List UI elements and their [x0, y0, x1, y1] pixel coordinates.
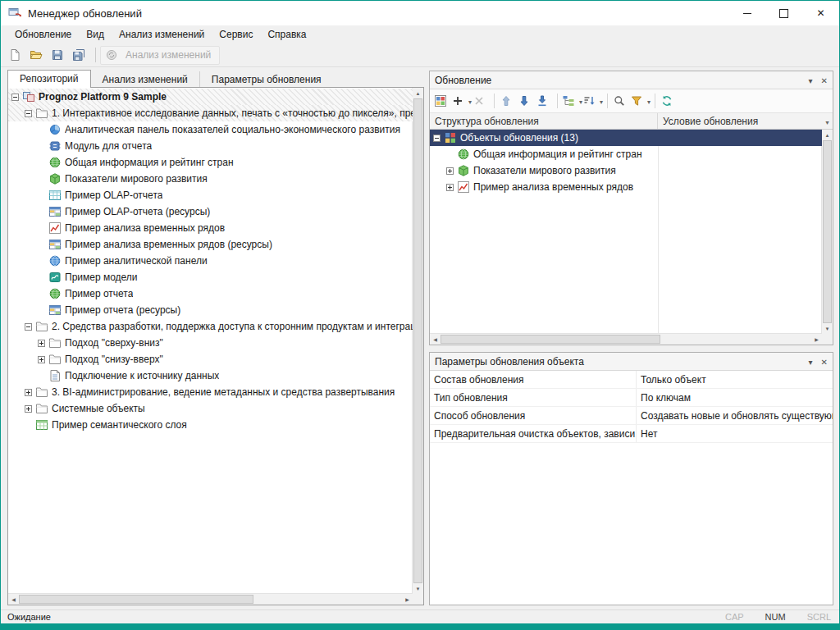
scroll-up-button[interactable]: [822, 130, 833, 140]
scroll-right-button[interactable]: [402, 594, 413, 605]
panel-close-button[interactable]: [821, 75, 828, 86]
parameter-value[interactable]: По ключам: [637, 389, 833, 406]
collapse-expander[interactable]: [25, 110, 32, 117]
horizontal-scrollbar[interactable]: [8, 593, 413, 605]
select-update-objects-button[interactable]: [433, 92, 451, 110]
panel-menu-button[interactable]: [809, 356, 813, 368]
refresh-button[interactable]: [660, 92, 678, 110]
close-button[interactable]: [802, 1, 839, 25]
collapse-expander[interactable]: [433, 135, 441, 142]
tree-item[interactable]: Подход "сверху-вниз": [8, 335, 413, 351]
menu-item-change-analysis[interactable]: Анализ изменений: [112, 25, 212, 43]
move-to-bottom-button[interactable]: [535, 92, 553, 110]
new-button[interactable]: [6, 46, 27, 65]
parameter-value[interactable]: Создавать новые и обновлять существующие: [637, 407, 833, 424]
menu-item-help[interactable]: Справка: [260, 25, 313, 43]
parameter-row[interactable]: Тип обновленияПо ключам: [430, 389, 833, 407]
delete-object-button[interactable]: [472, 92, 490, 110]
tree-item[interactable]: Системные объекты: [8, 400, 413, 417]
minimize-button[interactable]: [728, 1, 765, 25]
analysis-button[interactable]: Анализ изменений: [100, 46, 220, 65]
cube-green-icon: [457, 164, 470, 177]
vertical-scrollbar[interactable]: [821, 130, 833, 334]
tree-item[interactable]: Пример отчета: [8, 285, 413, 302]
tree-item[interactable]: Аналитическая панель показателей социаль…: [8, 121, 413, 138]
tree-item[interactable]: Пример анализа временных рядов (ресурсы): [8, 236, 413, 253]
tree-item-label: Показатели мирового развития: [65, 173, 208, 185]
tab-change-analysis[interactable]: Анализ изменений: [91, 71, 199, 88]
parameter-row[interactable]: Предварительная очистка объектов, зависи…: [430, 425, 833, 443]
tree-item[interactable]: Пример аналитической панели: [8, 253, 413, 269]
tree-item[interactable]: Показатели мирового развития: [430, 162, 822, 179]
column-filter-icon[interactable]: [824, 116, 830, 127]
parameter-row[interactable]: Состав обновленияТолько объект: [430, 371, 833, 389]
search-button[interactable]: [612, 92, 630, 110]
save-button[interactable]: [48, 46, 70, 65]
add-object-button[interactable]: [451, 92, 472, 110]
expander-spacer: [38, 126, 45, 134]
expand-expander[interactable]: [446, 184, 454, 191]
tab-update-parameters[interactable]: Параметры обновления: [199, 71, 333, 88]
tree-item[interactable]: Объекты обновления (13): [430, 130, 822, 146]
collapse-expander[interactable]: [25, 323, 32, 331]
scroll-left-button[interactable]: [430, 334, 441, 345]
tree-item[interactable]: Пример анализа временных рядов: [8, 220, 413, 236]
menu-item-service[interactable]: Сервис: [212, 25, 260, 43]
tab-repository[interactable]: Репозиторий: [7, 70, 91, 88]
tree-item[interactable]: 3. BI-администрирование, ведение метадан…: [8, 384, 413, 400]
move-down-button[interactable]: [517, 92, 535, 110]
menu-item-update[interactable]: Обновление: [7, 25, 79, 43]
tree-view-button[interactable]: [562, 92, 582, 110]
tree-item[interactable]: Общая информация и рейтинг стран: [8, 154, 413, 171]
expand-expander[interactable]: [25, 389, 32, 396]
expand-expander[interactable]: [38, 340, 45, 347]
scroll-thumb[interactable]: [19, 595, 253, 604]
move-up-button[interactable]: [499, 92, 517, 110]
parameter-row[interactable]: Способ обновленияСоздавать новые и обнов…: [430, 407, 833, 425]
tree-item[interactable]: Пример модели: [8, 269, 413, 285]
collapse-expander[interactable]: [11, 94, 19, 101]
tree-item[interactable]: Prognoz Platform 9 Sample: [8, 89, 413, 105]
repository-tree-container: Prognoz Platform 9 Sample1. Интерактивно…: [7, 87, 424, 605]
panel-close-button[interactable]: [821, 356, 828, 368]
open-button[interactable]: [27, 46, 48, 65]
tree-item[interactable]: Подход "снизу-вверх": [8, 351, 413, 368]
column-header-condition[interactable]: Условие обновления: [658, 113, 833, 129]
maximize-button[interactable]: [765, 1, 802, 25]
horizontal-scrollbar[interactable]: [430, 333, 822, 345]
scroll-thumb[interactable]: [413, 98, 422, 583]
parameter-value[interactable]: Только объект: [637, 371, 833, 388]
scroll-right-button[interactable]: [811, 334, 822, 345]
tree-item[interactable]: Пример анализа временных рядов: [430, 179, 822, 195]
scroll-thumb[interactable]: [823, 140, 832, 323]
tree-item[interactable]: Пример отчета (ресурсы): [8, 302, 413, 318]
filter-button[interactable]: [630, 92, 651, 110]
tree-item[interactable]: Пример OLAP-отчета (ресурсы): [8, 203, 413, 220]
horizontal-splitter[interactable]: [429, 345, 833, 352]
folder-icon: [48, 353, 62, 366]
tree-item[interactable]: Подключение к источнику данных: [8, 368, 413, 384]
tree-item[interactable]: Пример OLAP-отчета: [8, 187, 413, 203]
expand-expander[interactable]: [38, 356, 45, 363]
tree-item[interactable]: Общая информация и рейтинг стран: [430, 146, 822, 162]
expand-expander[interactable]: [446, 167, 454, 175]
scroll-left-button[interactable]: [8, 594, 19, 605]
scroll-down-button[interactable]: [413, 583, 423, 594]
sort-button[interactable]: [582, 92, 603, 110]
tree-item[interactable]: Показатели мирового развития: [8, 171, 413, 187]
tree-item-label: Общая информация и рейтинг стран: [65, 157, 234, 168]
vertical-scrollbar[interactable]: [412, 88, 423, 594]
save-all-button[interactable]: [70, 46, 91, 65]
expand-expander[interactable]: [25, 405, 32, 413]
panel-menu-button[interactable]: [809, 75, 813, 86]
column-header-structure[interactable]: Структура обновления: [430, 113, 658, 129]
tree-item[interactable]: 1. Интерактивное исследование данных, пе…: [8, 105, 413, 121]
parameter-value[interactable]: Нет: [637, 425, 833, 442]
tree-item[interactable]: Пример семантического слоя: [8, 417, 413, 433]
scroll-up-button[interactable]: [413, 88, 423, 98]
tree-item[interactable]: 2. Средства разработки, поддержка доступ…: [8, 318, 413, 335]
tree-item[interactable]: Модуль для отчета: [8, 138, 413, 154]
menu-item-view[interactable]: Вид: [79, 25, 112, 43]
scroll-thumb[interactable]: [441, 335, 660, 344]
scroll-down-button[interactable]: [822, 323, 833, 334]
